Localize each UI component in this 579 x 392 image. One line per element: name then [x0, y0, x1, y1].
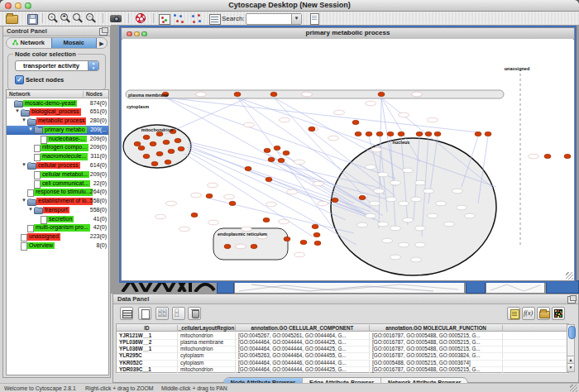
save-icon: [27, 14, 38, 25]
import-attributes-button[interactable]: [537, 307, 550, 320]
background-window-fragment[interactable]: [217, 280, 234, 294]
table-column-header[interactable]: annotation.GO CELLULAR_COMPONENT: [236, 325, 370, 332]
dropdown-stepper-icon[interactable]: ▲▼: [88, 61, 98, 70]
lifering-icon: [136, 13, 146, 23]
help-button[interactable]: [134, 12, 147, 24]
select-nodes-checkbox[interactable]: ✓: [15, 75, 24, 84]
search-input[interactable]: ▼: [246, 13, 302, 25]
table-scrollbar[interactable]: ▲ ▼: [567, 324, 575, 372]
node-label-oval: [399, 242, 409, 247]
network-edge: [165, 98, 395, 179]
select-attributes-button[interactable]: ☑☑☑☑: [156, 307, 169, 320]
network-tree-panel: Network Nodes mosaic-demo-yeast874(0)▼bi…: [6, 89, 109, 375]
node-label-oval: [415, 242, 426, 247]
tab-network[interactable]: Network: [7, 38, 51, 48]
scrollbar-thumb[interactable]: [568, 326, 576, 339]
tree-row[interactable]: cell communicat...22(0): [7, 179, 108, 189]
search-dropdown-arrow[interactable]: ▼: [291, 14, 301, 24]
tree-row[interactable]: secretion41(0): [7, 215, 108, 224]
tree-row[interactable]: mosaic-demo-yeast874(0): [7, 99, 108, 108]
table-column-header[interactable]: annotation.GO MOLECULAR_FUNCTION: [370, 325, 503, 332]
zoom-fit-button[interactable]: ▫: [84, 12, 98, 24]
tree-row[interactable]: multi-organism pro...42(0): [7, 223, 108, 232]
node-label-oval: [529, 154, 539, 159]
tree-header: Network Nodes: [7, 90, 108, 98]
background-window-fragment[interactable]: [234, 280, 465, 294]
tree-item-label: nitrogen compo...: [41, 144, 89, 151]
attribute-table: ID_cellularLayoutRegionannotation.GO CEL…: [116, 323, 569, 373]
tree-expand-arrow-icon[interactable]: ▼: [28, 207, 33, 212]
tree-row[interactable]: response to stimulu...264(0): [7, 188, 108, 197]
layout-b-button[interactable]: [189, 12, 203, 24]
zoom-fit-icon: ▫: [86, 13, 93, 21]
network-window-titlebar[interactable]: primary metabolic process: [122, 28, 574, 40]
tree-row[interactable]: ▼biological_process651(0): [7, 108, 108, 117]
select-nodes-label: Select nodes: [26, 76, 64, 84]
tree-row[interactable]: nucleobase-...209(0): [7, 135, 108, 144]
save-session-button[interactable]: [26, 12, 39, 24]
node-label-oval: [287, 189, 298, 194]
annotation-button[interactable]: [308, 12, 321, 24]
zoom-in-button[interactable]: +: [59, 12, 72, 24]
tree-expand-arrow-icon[interactable]: ▼: [22, 162, 26, 167]
window-resize-grip[interactable]: [566, 272, 573, 280]
network-node: [150, 141, 156, 146]
cytoscape-window: Cytoscape Desktop (New Session) - + ▫: [0, 0, 579, 392]
node-label-oval: [415, 226, 426, 231]
tree-expand-arrow-icon[interactable]: ▼: [15, 108, 20, 113]
delete-attribute-button[interactable]: [188, 307, 201, 320]
tree-row[interactable]: Overview8(0): [7, 241, 108, 251]
table-column-header[interactable]: _cellularLayoutRegion: [178, 325, 236, 332]
table-column-header[interactable]: ID: [117, 325, 178, 332]
zoom-selected-button[interactable]: [71, 12, 84, 24]
table-cell: [GO:0044464, GO:0044444, GO:0044425, G..…: [236, 366, 370, 373]
tree-row[interactable]: ▼establishment of lo...558(0): [7, 197, 108, 206]
attribute-grid-icon: [122, 310, 132, 318]
node-label-oval: [412, 92, 423, 97]
tab-scroll-arrow[interactable]: ▶: [97, 38, 107, 48]
tree-item-label: primary metabo: [43, 127, 87, 134]
node-label-oval: [266, 202, 277, 207]
node-label-oval: [280, 117, 290, 122]
network-canvas[interactable]: plasma membranecytoplasmmitochondrionnuc…: [122, 39, 573, 280]
window-resize-grip[interactable]: [570, 385, 577, 392]
tree-row[interactable]: ▼cellular process614(0): [7, 161, 108, 170]
tab-mosaic[interactable]: Mosaic: [51, 38, 98, 48]
scroll-down-button[interactable]: ▼: [567, 363, 574, 371]
attribute-matrix-button[interactable]: [552, 307, 565, 320]
tree-row[interactable]: cellular metabol...209(0): [7, 170, 108, 179]
snapshot-button[interactable]: [109, 12, 122, 24]
network-node: [283, 151, 290, 155]
node-color-dropdown[interactable]: transporter activity ▲▼: [15, 60, 99, 71]
annotation-icon: [310, 13, 319, 25]
tree-expand-arrow-icon[interactable]: ▼: [22, 117, 26, 122]
open-file-button[interactable]: [5, 12, 18, 24]
background-window-fragment[interactable]: [466, 280, 486, 294]
tree-expand-arrow-icon[interactable]: ▼: [28, 127, 33, 131]
background-window-fragment[interactable]: [546, 280, 579, 294]
tree-row[interactable]: ▼metabolic process280(0): [7, 117, 108, 126]
network-node: [359, 195, 366, 199]
annotation-note-button[interactable]: [507, 307, 520, 320]
network-overview-button[interactable]: [157, 12, 170, 24]
unselect-attributes-button[interactable]: ☐☐: [172, 307, 185, 320]
tree-row[interactable]: macromolecule...311(0): [7, 152, 108, 161]
plasma-membrane-region: [126, 90, 504, 98]
tree-row[interactable]: ▼primary metabo209(...: [7, 126, 108, 135]
tree-expand-arrow-icon[interactable]: ▼: [22, 198, 26, 203]
background-window-fragment[interactable]: [486, 280, 545, 294]
tree-row[interactable]: nitrogen compo...209(0): [7, 143, 108, 152]
new-attribute-button[interactable]: [138, 307, 151, 320]
tree-row[interactable]: ▼transport558(0): [7, 206, 108, 215]
control-panel-header: Control Panel: [3, 26, 110, 36]
node-label-oval: [390, 226, 401, 231]
layout-a-button[interactable]: [172, 12, 185, 24]
tree-row[interactable]: unassigned223(0): [7, 232, 108, 241]
network-node: [151, 161, 158, 165]
attribute-editor-button[interactable]: [208, 12, 221, 24]
attribute-grid-button[interactable]: [120, 307, 133, 320]
float-panel-icon[interactable]: [567, 296, 576, 304]
float-panel-icon[interactable]: [99, 28, 108, 36]
function-builder-button[interactable]: f(x): [522, 307, 535, 320]
zoom-out-button[interactable]: -: [46, 12, 60, 24]
